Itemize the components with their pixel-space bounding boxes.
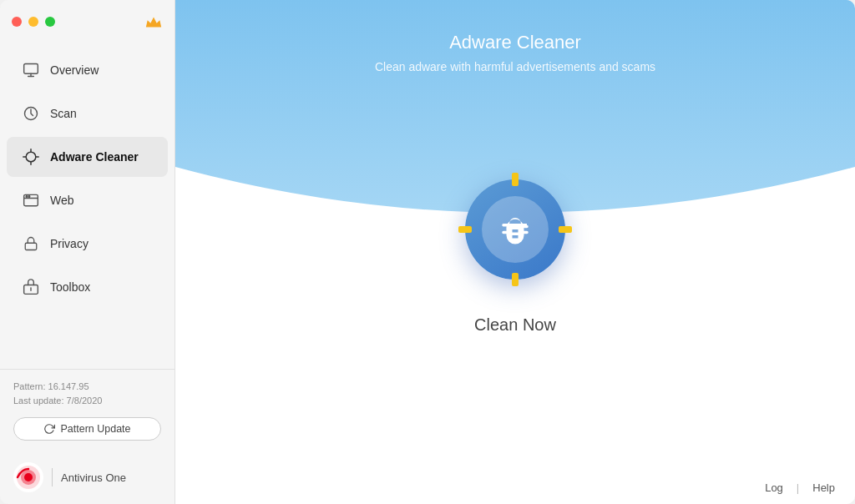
adware-icon-area[interactable]: [465, 179, 565, 280]
svg-point-11: [26, 196, 28, 198]
sidebar-item-toolbox[interactable]: Toolbox: [7, 267, 168, 307]
titlebar: [0, 0, 175, 43]
bug-icon: [498, 212, 533, 247]
refresh-icon: [43, 423, 55, 435]
clean-now-section[interactable]: Clean Now: [175, 309, 855, 335]
brand-divider: [52, 468, 53, 486]
toolbox-icon: [22, 278, 40, 296]
pattern-version: Pattern: 16.147.95: [13, 380, 161, 395]
close-button[interactable]: [12, 17, 22, 27]
adware-icon-wrapper[interactable]: [465, 179, 565, 280]
help-link[interactable]: Help: [812, 481, 835, 494]
sidebar-item-scan-label: Scan: [50, 107, 77, 120]
scan-icon: [22, 104, 40, 123]
svg-rect-13: [25, 243, 37, 249]
hero-subtitle: Clean adware with harmful advertisements…: [175, 60, 855, 73]
svg-rect-0: [24, 64, 38, 74]
sidebar-item-privacy-label: Privacy: [50, 237, 89, 250]
monitor-icon: [22, 61, 40, 79]
svg-point-19: [24, 473, 33, 481]
nav-menu: Overview Scan A: [0, 43, 175, 369]
crosshair-bottom-arm: [512, 273, 519, 286]
maximize-button[interactable]: [45, 17, 55, 27]
svg-point-12: [28, 196, 30, 198]
sidebar-item-toolbox-label: Toolbox: [50, 280, 90, 294]
last-update: Last update: 7/8/2020: [13, 394, 161, 409]
log-link[interactable]: Log: [765, 481, 783, 494]
lock-icon: [22, 234, 40, 253]
brand-name: Antivirus One: [61, 471, 126, 484]
web-icon: [22, 191, 40, 209]
pattern-update-label: Pattern Update: [60, 423, 130, 435]
crosshair-nav-icon: [22, 148, 40, 166]
svg-point-4: [26, 152, 36, 162]
hero-title: Adware Cleaner: [175, 32, 855, 53]
clean-now-label[interactable]: Clean Now: [474, 315, 556, 335]
sidebar-item-overview[interactable]: Overview: [7, 50, 168, 90]
adware-circle-inner: [482, 196, 549, 263]
adware-circle-outer[interactable]: [465, 179, 565, 280]
brand-bar: Antivirus One: [0, 454, 175, 504]
minimize-button[interactable]: [28, 17, 38, 27]
sidebar-item-overview-label: Overview: [50, 63, 99, 77]
crosshair-right-arm: [559, 226, 572, 233]
sidebar-item-web-label: Web: [50, 194, 74, 207]
sidebar-item-scan[interactable]: Scan: [7, 93, 168, 134]
trend-micro-logo: [13, 462, 43, 492]
sidebar-item-privacy[interactable]: Privacy: [7, 224, 168, 264]
sidebar-footer: Pattern: 16.147.95 Last update: 7/8/2020…: [0, 369, 175, 454]
hero-section: Adware Cleaner Clean adware with harmful…: [175, 0, 855, 234]
crosshair-top-arm: [512, 173, 519, 186]
sidebar: Overview Scan A: [0, 0, 175, 504]
separator: |: [797, 481, 799, 494]
crosshair-left-arm: [458, 226, 472, 233]
sidebar-item-adware-cleaner[interactable]: Adware Cleaner: [7, 137, 168, 177]
pattern-info: Pattern: 16.147.95 Last update: 7/8/2020: [13, 380, 161, 409]
sidebar-item-web[interactable]: Web: [7, 180, 168, 220]
crown-icon: [144, 13, 163, 31]
sidebar-item-adware-cleaner-label: Adware Cleaner: [50, 150, 139, 164]
hero-text-block: Adware Cleaner Clean adware with harmful…: [175, 32, 855, 73]
pattern-update-button[interactable]: Pattern Update: [13, 417, 161, 441]
main-content: Adware Cleaner Clean adware with harmful…: [175, 0, 855, 504]
bottom-bar: Log | Help: [175, 471, 855, 504]
